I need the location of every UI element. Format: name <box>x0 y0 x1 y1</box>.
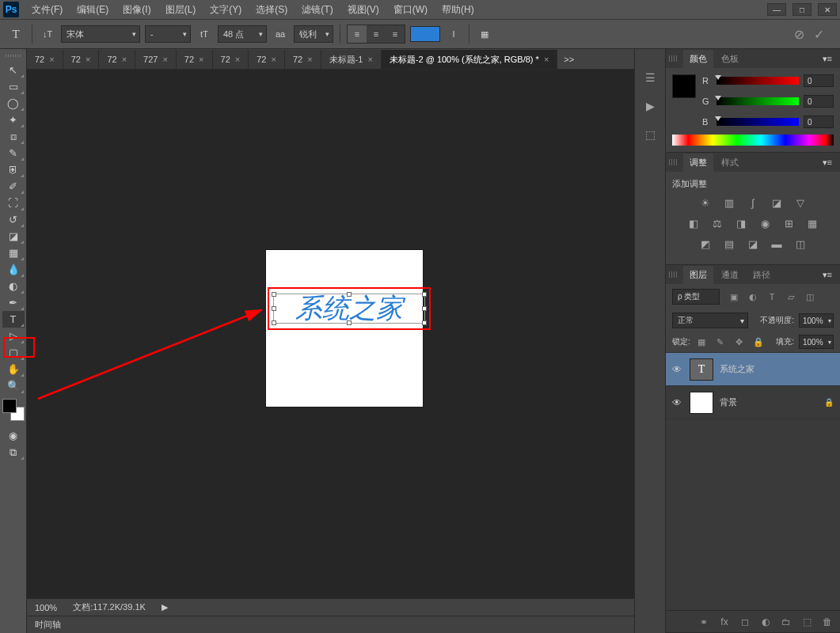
close-tab-icon[interactable]: × <box>235 55 240 64</box>
transform-handle[interactable] <box>272 292 276 297</box>
lookup-icon[interactable]: ▦ <box>805 217 819 229</box>
layer-fx-icon[interactable]: fx <box>718 616 731 627</box>
screen-mode-tool[interactable]: ⧉ <box>2 444 25 461</box>
eraser-tool[interactable]: ◪ <box>2 228 25 244</box>
opacity-input[interactable]: 100% <box>799 313 834 328</box>
close-tab-icon[interactable]: × <box>122 55 127 64</box>
filter-adjust-icon[interactable]: ◐ <box>747 290 759 303</box>
text-orientation-icon[interactable]: ↓T <box>39 25 56 43</box>
close-tab-icon[interactable]: × <box>307 55 312 64</box>
current-tool-icon[interactable]: T <box>6 25 25 44</box>
type-tool[interactable]: T <box>2 311 25 328</box>
pen-tool[interactable]: ✒ <box>2 294 25 311</box>
selective-icon[interactable]: ◫ <box>793 237 808 250</box>
align-right-button[interactable]: ≡ <box>386 25 405 43</box>
cancel-edit-button[interactable]: ⊘ <box>794 27 804 42</box>
filter-shape-icon[interactable]: ▱ <box>785 290 797 303</box>
layer-name[interactable]: 背景 <box>720 396 818 408</box>
r-value-input[interactable]: 0 <box>804 74 834 87</box>
document-tab[interactable]: 未标题-1× <box>321 50 382 69</box>
group-icon[interactable]: 🗀 <box>780 616 792 627</box>
color-spectrum[interactable] <box>672 135 834 146</box>
panel-grip[interactable] <box>669 159 678 165</box>
tab-styles[interactable]: 样式 <box>715 154 745 172</box>
link-layers-icon[interactable]: ⚭ <box>697 616 710 627</box>
mixer-icon[interactable]: ⊞ <box>781 217 796 229</box>
foreground-color[interactable] <box>2 399 17 413</box>
healing-tool[interactable]: ⛨ <box>2 161 25 178</box>
delete-layer-icon[interactable]: 🗑 <box>821 616 834 627</box>
close-tab-icon[interactable]: × <box>544 55 549 64</box>
align-center-button[interactable]: ≡ <box>367 25 386 43</box>
transform-handle[interactable] <box>422 320 427 325</box>
adjustment-layer-icon[interactable]: ◐ <box>759 616 772 627</box>
maximize-button[interactable]: □ <box>792 3 811 16</box>
menu-filter[interactable]: 滤镜(T) <box>295 1 339 19</box>
layer-item[interactable]: 👁背景🔒 <box>666 386 840 419</box>
commit-edit-button[interactable]: ✓ <box>814 27 824 42</box>
lock-transparency-icon[interactable]: ▦ <box>695 335 708 348</box>
close-tab-icon[interactable]: × <box>367 55 372 64</box>
vibrance-icon[interactable]: ▽ <box>793 196 808 209</box>
menu-file[interactable]: 文件(F) <box>25 1 69 19</box>
zoom-tool[interactable]: 🔍 <box>2 377 25 394</box>
font-style-dropdown[interactable]: - <box>145 25 191 43</box>
panel-grip[interactable] <box>669 55 678 62</box>
lasso-tool[interactable]: ◯ <box>2 95 25 112</box>
crop-tool[interactable]: ⧈ <box>2 128 25 145</box>
layer-filter-dropdown[interactable]: ρ 类型 <box>672 289 720 305</box>
transform-handle[interactable] <box>347 292 352 297</box>
blend-mode-dropdown[interactable]: 正常 <box>672 313 748 328</box>
brightness-icon[interactable]: ☀ <box>698 196 713 209</box>
move-tool[interactable]: ↖ <box>2 62 25 78</box>
align-left-button[interactable]: ≡ <box>348 25 367 43</box>
bw-icon[interactable]: ◨ <box>734 217 748 229</box>
tab-paths[interactable]: 路径 <box>747 266 777 284</box>
hue-icon[interactable]: ◧ <box>686 217 701 229</box>
document-tab[interactable]: 727× <box>135 50 177 69</box>
menu-help[interactable]: 帮助(H) <box>435 1 481 19</box>
canvas-viewport[interactable]: 系统之家 <box>27 70 634 598</box>
visibility-toggle-icon[interactable]: 👁 <box>672 397 683 408</box>
lock-pixels-icon[interactable]: ✎ <box>714 335 727 348</box>
b-slider[interactable] <box>716 118 799 126</box>
antialias-dropdown[interactable]: 锐利 <box>294 25 333 43</box>
close-tab-icon[interactable]: × <box>199 55 203 64</box>
transform-handle[interactable] <box>422 306 427 311</box>
document-tab[interactable]: 72× <box>177 50 213 69</box>
exposure-icon[interactable]: ◪ <box>770 196 784 209</box>
photo-filter-icon[interactable]: ◉ <box>758 217 772 229</box>
menu-layer[interactable]: 图层(L) <box>159 1 203 19</box>
layer-mask-icon[interactable]: ◻ <box>739 616 751 627</box>
actions-panel-icon[interactable]: ▶ <box>640 98 659 114</box>
posterize-icon[interactable]: ▤ <box>722 237 736 250</box>
invert-icon[interactable]: ◩ <box>698 237 713 250</box>
dodge-tool[interactable]: ◐ <box>2 278 25 294</box>
b-value-input[interactable]: 0 <box>804 116 834 128</box>
filter-smart-icon[interactable]: ◫ <box>804 290 816 303</box>
tab-swatches[interactable]: 色板 <box>715 50 745 68</box>
hand-tool[interactable]: ✋ <box>2 361 25 377</box>
levels-icon[interactable]: ▥ <box>722 196 736 209</box>
menu-image[interactable]: 图像(I) <box>116 1 157 19</box>
transform-handle[interactable] <box>347 320 352 325</box>
font-family-dropdown[interactable]: 宋体 <box>61 25 140 43</box>
warp-text-icon[interactable]: І <box>445 25 462 43</box>
history-panel-icon[interactable]: ☰ <box>640 70 659 85</box>
menu-window[interactable]: 窗口(W) <box>387 1 434 19</box>
tab-overflow-button[interactable]: >> <box>557 55 580 64</box>
font-size-dropdown[interactable]: 48 点 <box>218 25 267 43</box>
layer-name[interactable]: 系统之家 <box>720 363 834 375</box>
document-tab[interactable]: 72× <box>99 50 135 69</box>
g-slider[interactable] <box>716 97 799 105</box>
menu-edit[interactable]: 编辑(E) <box>70 1 115 19</box>
brush-tool[interactable]: ✐ <box>2 178 25 195</box>
shape-tool[interactable]: ▢ <box>2 344 25 361</box>
lock-all-icon[interactable]: 🔒 <box>752 335 765 348</box>
filter-type-icon[interactable]: T <box>766 290 778 303</box>
document-tab[interactable]: 72× <box>285 50 321 69</box>
g-value-input[interactable]: 0 <box>804 95 834 108</box>
tab-color[interactable]: 颜色 <box>683 50 713 68</box>
tab-adjustments[interactable]: 调整 <box>683 154 713 172</box>
fill-input[interactable]: 100% <box>799 335 834 349</box>
